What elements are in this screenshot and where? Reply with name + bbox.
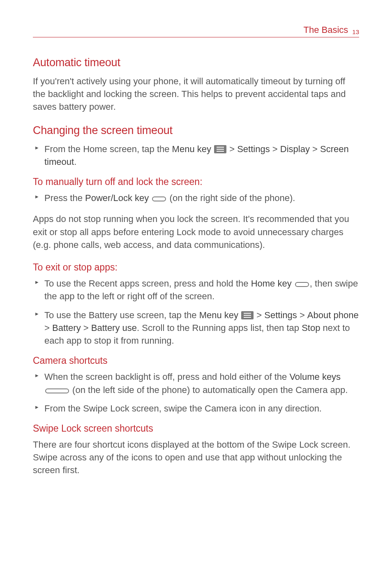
bold-text: Settings [264, 310, 297, 320]
bold-text: Display [280, 144, 310, 154]
text: Press the [44, 193, 85, 203]
subheading-swipe-lock: Swipe Lock screen shortcuts [33, 423, 359, 434]
paragraph: If you'ren't actively using your phone, … [33, 75, 359, 113]
subheading-manual-lock: To manually turn off and lock the screen… [33, 176, 359, 187]
list-item: To use the Battery use screen, tap the M… [33, 309, 359, 347]
subheading-camera-shortcuts: Camera shortcuts [33, 355, 359, 366]
subheading-exit-apps: To exit or stop apps: [33, 262, 359, 273]
bold-text: Menu key [199, 310, 238, 320]
menu-key-icon [241, 311, 254, 319]
power-key-icon [152, 196, 166, 201]
text: From the Swipe Lock screen, swipe the Ca… [44, 403, 322, 414]
text: > [254, 310, 264, 320]
heading-changing-timeout: Changing the screen timeout [33, 124, 359, 137]
text: > [297, 310, 307, 320]
text: (on the left side of the phone) to autom… [70, 385, 348, 395]
list-item: Press the Power/Lock key (on the right s… [33, 192, 359, 204]
text: > [81, 323, 91, 333]
text: When the screen backlight is off, press … [44, 372, 289, 382]
bold-text: Stop [302, 323, 320, 333]
list-item: To use the Recent apps screen, press and… [33, 277, 359, 303]
list-item: When the screen backlight is off, press … [33, 370, 359, 396]
bold-text: Volume keys [289, 372, 341, 382]
bullet-list: To use the Recent apps screen, press and… [33, 277, 359, 347]
text: . Scroll to the Running apps list, then … [137, 323, 302, 333]
bold-text: Battery use [91, 323, 137, 333]
paragraph: There are four shortcut icons displayed … [33, 438, 359, 477]
breadcrumb: The Basics [303, 25, 348, 35]
bold-text: Menu key [172, 144, 211, 154]
text: > [227, 144, 237, 154]
menu-key-icon [214, 145, 226, 153]
list-item: From the Home screen, tap the Menu key >… [33, 143, 359, 168]
text: From the Home screen, tap the [44, 144, 172, 154]
text: (on the right side of the phone). [167, 193, 295, 203]
heading-automatic-timeout: Automatic timeout [33, 56, 359, 69]
home-key-icon [295, 282, 309, 287]
text: . [74, 157, 76, 167]
bullet-list: From the Home screen, tap the Menu key >… [33, 143, 359, 168]
list-item: From the Swipe Lock screen, swipe the Ca… [33, 402, 359, 415]
text: > [44, 323, 52, 333]
bold-text: Settings [237, 144, 270, 154]
bullet-list: Press the Power/Lock key (on the right s… [33, 192, 359, 204]
text: > [310, 144, 320, 154]
bold-text: Power/Lock key [85, 193, 149, 203]
text: To use the Recent apps screen, press and… [44, 278, 251, 289]
page-header: The Basics 13 [33, 25, 359, 37]
text: > [270, 144, 280, 154]
text: To use the Battery use screen, tap the [44, 310, 199, 320]
bold-text: About phone [307, 310, 359, 320]
paragraph: Apps do not stop running when you lock t… [33, 213, 359, 251]
volume-key-icon [45, 388, 69, 393]
page-number: 13 [352, 28, 359, 35]
bold-text: Battery [52, 323, 81, 333]
bold-text: Home key [251, 278, 292, 289]
bullet-list: When the screen backlight is off, press … [33, 370, 359, 415]
